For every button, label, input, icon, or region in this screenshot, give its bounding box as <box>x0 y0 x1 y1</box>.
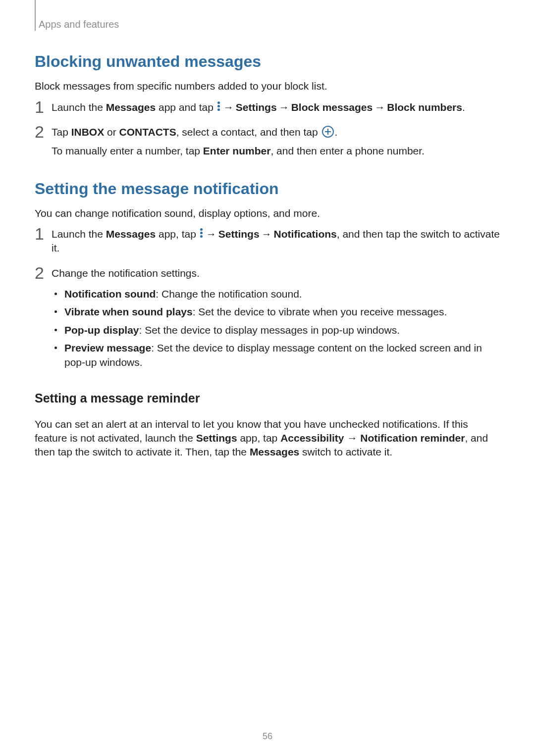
more-options-icon <box>216 101 221 112</box>
step-subtext: To manually enter a number, tap Enter nu… <box>52 144 500 158</box>
step-number: 2 <box>35 123 52 140</box>
menu-item: Settings <box>218 228 260 240</box>
heading-blocking: Blocking unwanted messages <box>35 51 500 72</box>
option-title: Vibrate when sound plays <box>64 306 193 317</box>
tab-name: CONTACTS <box>119 126 176 138</box>
text: Launch the <box>52 101 106 113</box>
reminder-paragraph: You can set an alert at an interval to l… <box>35 417 500 459</box>
step-text: Launch the Messages app and tap →Setting… <box>52 101 500 114</box>
notification-intro: You can change notification sound, displ… <box>35 206 500 220</box>
heading-notification: Setting the message notification <box>35 178 500 200</box>
blocking-step-2: 2 Tap INBOX or CONTACTS, select a contac… <box>35 125 500 163</box>
notification-steps: 1 Launch the Messages app, tap →Settings… <box>35 227 500 373</box>
option-desc: : Set the device to vibrate when you rec… <box>193 306 447 317</box>
arrow-icon: → <box>204 228 218 240</box>
arrow-icon: → <box>373 101 387 113</box>
menu-item: Settings <box>236 101 277 113</box>
step-body: Change the notification settings. Notifi… <box>52 266 500 373</box>
step-number: 1 <box>35 99 52 115</box>
document-page: Apps and features Blocking unwanted mess… <box>0 0 535 756</box>
option-title: Preview message <box>64 342 151 353</box>
menu-item: Notifications <box>274 228 337 240</box>
text: . <box>462 101 465 113</box>
option-item: Pop-up display: Set the device to displa… <box>52 323 500 337</box>
notification-step-2: 2 Change the notification settings. Noti… <box>35 266 500 373</box>
page-number: 56 <box>0 730 535 742</box>
step-body: Tap INBOX or CONTACTS, select a contact,… <box>52 125 500 163</box>
arrow-icon: → <box>277 101 291 113</box>
text: . <box>335 126 338 138</box>
text: Launch the <box>52 228 106 240</box>
menu-item: Accessibility <box>280 432 344 444</box>
step-body: Launch the Messages app, tap →Settings→N… <box>52 227 500 260</box>
header-rule <box>35 0 36 31</box>
section-breadcrumb: Apps and features <box>35 18 500 31</box>
arrow-icon: → <box>221 101 236 113</box>
option-item: Vibrate when sound plays: Set the device… <box>52 305 500 319</box>
step-text: Launch the Messages app, tap →Settings→N… <box>52 227 500 255</box>
field-name: Enter number <box>203 145 271 156</box>
heading-reminder: Setting a message reminder <box>35 390 500 407</box>
option-desc: : Set the device to display messages in … <box>139 324 400 336</box>
step-text: Tap INBOX or CONTACTS, select a contact,… <box>52 125 500 139</box>
menu-item: Notification reminder <box>360 432 465 444</box>
arrow-icon: → <box>344 432 361 444</box>
blocking-intro: Block messages from specific numbers add… <box>35 79 500 93</box>
tab-name: INBOX <box>71 126 105 138</box>
text: , select a contact, and then tap <box>176 126 321 138</box>
text: or <box>104 126 119 138</box>
option-desc: : Change the notification sound. <box>156 288 302 300</box>
step-body: Launch the Messages app and tap →Setting… <box>52 101 500 119</box>
notification-options: Notification sound: Change the notificat… <box>52 287 500 369</box>
text: switch to activate it. <box>299 446 392 457</box>
text: app and tap <box>156 101 216 113</box>
menu-item: Block messages <box>291 101 373 113</box>
blocking-steps: 1 Launch the Messages app and tap →Setti… <box>35 101 500 163</box>
option-item: Notification sound: Change the notificat… <box>52 287 500 301</box>
switch-name: Messages <box>250 446 299 457</box>
option-title: Pop-up display <box>64 324 139 336</box>
menu-item: Block numbers <box>387 101 462 113</box>
app-name: Messages <box>106 228 156 240</box>
app-name: Settings <box>196 432 237 444</box>
step-number: 1 <box>35 225 52 242</box>
notification-step-1: 1 Launch the Messages app, tap →Settings… <box>35 227 500 260</box>
text: To manually enter a number, tap <box>52 145 203 156</box>
add-plus-icon <box>322 126 334 138</box>
text: app, tap <box>237 432 281 444</box>
app-name: Messages <box>106 101 156 113</box>
blocking-step-1: 1 Launch the Messages app and tap →Setti… <box>35 101 500 119</box>
more-options-icon <box>199 227 204 239</box>
text: app, tap <box>156 228 199 240</box>
text: , and then enter a phone number. <box>270 145 425 156</box>
step-text: Change the notification settings. <box>52 266 500 280</box>
step-number: 2 <box>35 264 52 281</box>
option-title: Notification sound <box>64 288 156 300</box>
arrow-icon: → <box>260 228 274 240</box>
option-item: Preview message: Set the device to displ… <box>52 341 500 369</box>
text: Tap <box>52 126 71 138</box>
